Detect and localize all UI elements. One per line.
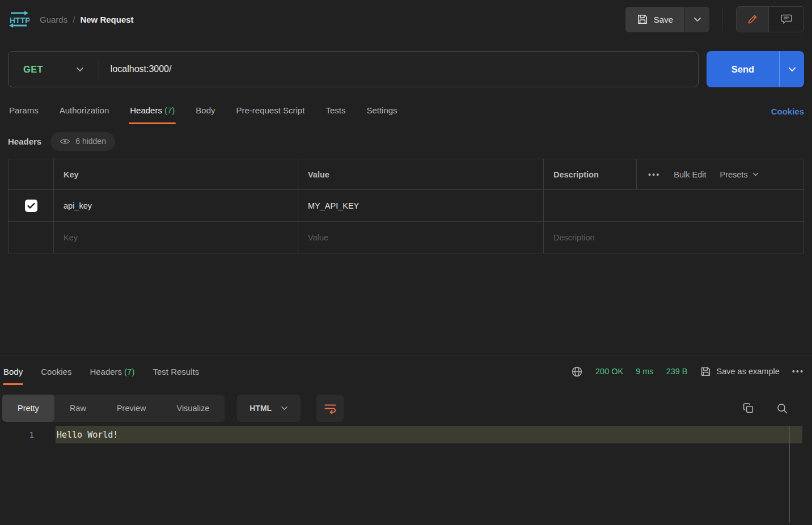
key-cell[interactable]: api_key <box>53 190 298 221</box>
wrap-text-icon <box>324 403 337 414</box>
pencil-icon <box>747 14 758 25</box>
edit-comment-group <box>736 6 804 32</box>
line-content: Hello World! <box>57 430 118 440</box>
headers-table: Key Value Description ••• Bulk Edit Pres… <box>8 159 804 253</box>
headers-panel-header: Headers 6 hidden <box>0 132 812 151</box>
tab-authorization[interactable]: Authorization <box>58 99 111 124</box>
view-tab-pretty[interactable]: Pretty <box>2 395 54 422</box>
copy-icon[interactable] <box>743 403 755 414</box>
presets-dropdown[interactable]: Presets <box>720 170 758 179</box>
key-cell-placeholder[interactable]: Key <box>53 222 298 253</box>
response-more-actions-icon[interactable]: ••• <box>792 367 804 376</box>
request-bar: GET localhost:3000/ Send <box>0 51 812 87</box>
status-badge[interactable]: 200 OK <box>595 367 623 376</box>
response-tab-body[interactable]: Body <box>3 358 23 385</box>
tab-body[interactable]: Body <box>194 99 216 124</box>
tab-params[interactable]: Params <box>8 99 40 124</box>
value-cell[interactable]: MY_API_KEY <box>298 190 543 221</box>
method-selector[interactable]: GET <box>9 64 99 75</box>
description-cell-placeholder[interactable]: Description <box>543 222 803 253</box>
save-icon <box>637 14 648 25</box>
response-meta: 200 OK 9 ms 239 B Save as example ••• <box>571 366 804 378</box>
tab-headers-label: Headers <box>130 105 162 115</box>
row-checkbox-checked[interactable] <box>25 200 37 212</box>
row-checkbox-cell <box>9 190 53 221</box>
row-checkbox-cell <box>9 222 53 253</box>
save-split-button: Save <box>625 7 709 32</box>
response-header: Body Cookies Headers(7) Test Results 200… <box>0 356 812 387</box>
more-actions-icon[interactable]: ••• <box>648 170 660 179</box>
cookies-link[interactable]: Cookies <box>771 107 804 116</box>
view-tab-visualize[interactable]: Visualize <box>161 395 225 422</box>
editor-guide-line <box>789 426 790 523</box>
save-as-example-label: Save as example <box>717 367 780 376</box>
response-body-editor[interactable]: 1 Hello World! <box>0 426 812 522</box>
tab-settings[interactable]: Settings <box>365 99 398 124</box>
view-tab-raw[interactable]: Raw <box>54 395 102 422</box>
format-dropdown[interactable]: HTML <box>237 395 301 422</box>
column-key: Key <box>53 159 298 189</box>
chevron-down-icon <box>693 17 701 22</box>
tab-headers-count: (7) <box>164 105 175 115</box>
wrap-text-button[interactable] <box>316 395 344 422</box>
globe-icon[interactable] <box>571 366 583 378</box>
response-tab-cookies[interactable]: Cookies <box>40 358 72 385</box>
method-label: GET <box>23 64 43 75</box>
bulk-edit-button[interactable]: Bulk Edit <box>674 170 706 179</box>
highlighted-line: Hello World! <box>56 426 802 443</box>
url-input[interactable]: localhost:3000/ <box>111 64 172 74</box>
url-divider <box>99 59 99 79</box>
code-line[interactable]: 1 Hello World! <box>0 426 812 443</box>
send-options-button[interactable] <box>779 51 804 87</box>
edit-request-button[interactable] <box>737 7 768 32</box>
http-request-logo-icon: HTTP <box>8 9 29 29</box>
response-tab-test-results[interactable]: Test Results <box>152 358 200 385</box>
send-button-label: Send <box>731 64 754 75</box>
save-as-example-button[interactable]: Save as example <box>700 366 780 377</box>
eye-icon <box>60 138 70 145</box>
line-number: 1 <box>0 430 56 439</box>
comments-button[interactable] <box>768 7 803 32</box>
response-time[interactable]: 9 ms <box>636 367 653 376</box>
save-button-label: Save <box>654 15 673 24</box>
hidden-headers-toggle[interactable]: 6 hidden <box>50 132 115 151</box>
url-bar: GET localhost:3000/ <box>8 51 699 87</box>
save-button[interactable]: Save <box>625 7 684 32</box>
topbar-actions: Save <box>625 6 804 32</box>
send-split-button: Send <box>707 51 804 87</box>
chevron-down-icon <box>281 406 288 410</box>
response-tab-headers-count: (7) <box>124 367 134 376</box>
format-label: HTML <box>249 404 272 413</box>
breadcrumb-separator: / <box>73 15 75 24</box>
tab-tests[interactable]: Tests <box>324 99 346 124</box>
header-row-empty: Key Value Description <box>9 221 803 253</box>
headers-panel-title: Headers <box>8 137 41 146</box>
chevron-down-icon <box>788 67 796 72</box>
value-cell-placeholder[interactable]: Value <box>298 222 543 253</box>
chevron-down-icon <box>752 172 759 176</box>
save-options-button[interactable] <box>684 7 709 32</box>
response-tools <box>743 403 804 414</box>
header-row-api-key: api_key MY_API_KEY <box>9 189 803 221</box>
save-icon <box>700 366 711 377</box>
send-button[interactable]: Send <box>707 51 779 87</box>
response-tab-headers[interactable]: Headers(7) <box>89 358 135 385</box>
view-mode-tabs: Pretty Raw Preview Visualize <box>2 395 225 422</box>
topbar-divider <box>722 8 722 31</box>
request-tabs: Params Authorization Headers(7) Body Pre… <box>0 99 812 124</box>
comment-icon <box>780 14 793 25</box>
hidden-headers-count: 6 hidden <box>75 137 106 146</box>
response-size[interactable]: 239 B <box>666 367 688 376</box>
tab-prerequest-script[interactable]: Pre-request Script <box>235 99 306 124</box>
presets-label: Presets <box>720 170 747 179</box>
response-tab-headers-label: Headers <box>90 367 122 376</box>
view-tab-preview[interactable]: Preview <box>102 395 162 422</box>
search-icon[interactable] <box>776 403 788 414</box>
breadcrumb-collection[interactable]: Guards <box>40 15 67 24</box>
column-value: Value <box>298 159 543 189</box>
breadcrumb-request-name[interactable]: New Request <box>80 15 133 24</box>
http-client-window: HTTP Guards / New Request Save <box>0 0 812 525</box>
select-all-cell <box>9 159 53 189</box>
description-cell[interactable] <box>543 190 803 221</box>
tab-headers[interactable]: Headers(7) <box>129 99 176 124</box>
